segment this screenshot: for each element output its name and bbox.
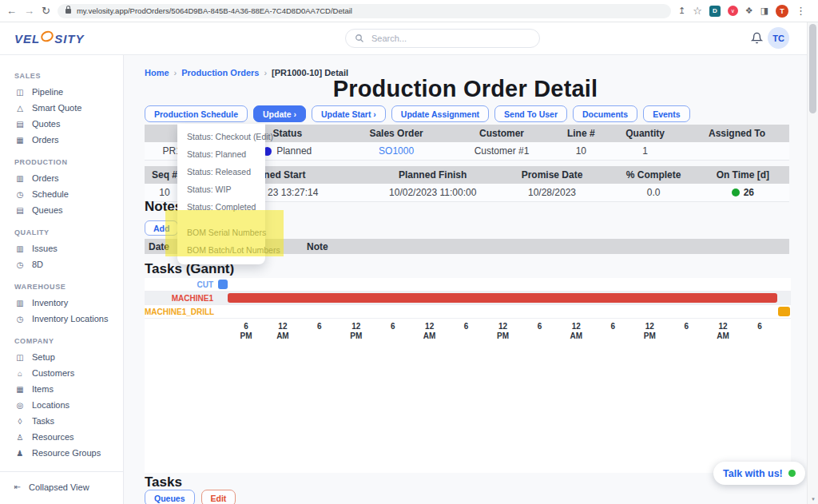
chat-widget[interactable]: Talk with us! [713, 462, 805, 485]
inventory-icon: ▥ [15, 299, 25, 308]
schedule-cell-promise-date: 10/28/2023 [494, 184, 611, 201]
sidebar-section: WAREHOUSE▥Inventory◷Inventory Locations [0, 283, 123, 327]
collapsed-view-toggle[interactable]: ⇤ Collapsed View [0, 471, 123, 504]
customers-icon: ⌂ [15, 369, 25, 378]
chat-online-dot [788, 470, 796, 477]
order-header-cell: Customer [447, 125, 556, 142]
resource-groups-icon: ♟ [15, 449, 25, 458]
logo-vel: VEL [14, 32, 40, 46]
update-menu-item[interactable]: Status: Completed [177, 198, 265, 216]
locations-icon: ◎ [15, 401, 25, 410]
sidebar-item-schedule[interactable]: ◷Schedule [0, 186, 123, 202]
tasks-buttons: QueuesEdit [145, 490, 236, 504]
axis-tick: 12AM [562, 322, 590, 340]
axis-tick: 6 [599, 322, 626, 331]
sidebar-item-quotes[interactable]: ▤Quotes [0, 116, 123, 132]
update-dropdown-menu: Status: Checkout (Edit)Status: PlannedSt… [177, 124, 265, 264]
machine1-drill-bar[interactable] [778, 307, 790, 316]
axis-tick-hour: 6 [599, 322, 626, 331]
sidebar-item-setup[interactable]: ◫Setup [0, 349, 123, 365]
back-icon[interactable]: ← [6, 6, 17, 16]
queues-button[interactable]: Queues [145, 490, 195, 504]
update-menu-item[interactable]: Status: Checkout (Edit) [177, 128, 265, 145]
events-button[interactable]: Events [643, 105, 689, 122]
pocket-icon[interactable]: ∨ [728, 6, 738, 16]
scrollbar-thumb[interactable] [809, 24, 816, 113]
sidebar-item-pipeline[interactable]: ◫Pipeline [0, 84, 123, 100]
sidebar-item-eight-d[interactable]: ◷8D [0, 256, 123, 272]
sidebar-item-locations[interactable]: ◎Locations [0, 397, 123, 413]
schedule-cell-pct-complete: 0.0 [610, 184, 696, 201]
sidebar-item-label: Setup [32, 352, 55, 362]
axis-tick: 6PM [232, 322, 260, 340]
sidebar-item-label: Smart Quote [32, 103, 81, 113]
share-icon[interactable]: ↥ [678, 6, 685, 15]
machine1-bar[interactable] [228, 293, 777, 303]
pipeline-icon: ◫ [15, 88, 25, 97]
axis-tick-meridiem: PM [490, 331, 517, 341]
gantt-label-machine1: MACHINE1 [145, 294, 219, 303]
scrollbar-down-arrow[interactable]: ▾ [808, 496, 818, 502]
eight-d-icon: ◷ [15, 260, 25, 269]
extension-d-icon[interactable]: D [709, 6, 721, 17]
sidebar-item-issues[interactable]: ▥Issues [0, 240, 123, 256]
notifications-bell-icon[interactable] [751, 32, 763, 47]
tasks-icon: ◊ [15, 417, 25, 426]
update-menu-item[interactable]: BOM Batch/Lot Numbers [177, 241, 265, 259]
user-avatar[interactable]: TC [768, 27, 789, 49]
reload-icon[interactable]: ↻ [42, 6, 50, 16]
documents-button[interactable]: Documents [573, 105, 637, 122]
browser-profile-avatar[interactable]: T [776, 5, 788, 18]
sidebar-item-inventory[interactable]: ▥Inventory [0, 295, 123, 311]
sidebar-item-label: Pipeline [32, 87, 63, 97]
extensions-puzzle-icon[interactable]: ❖ [745, 6, 753, 15]
update-menu-item[interactable]: Status: Planned [177, 145, 265, 163]
update-button[interactable]: Update › [253, 105, 306, 122]
gantt-label-machine1-drill: MACHINE1_DRILL [145, 308, 219, 316]
update-menu-item[interactable]: Status: WIP [177, 181, 265, 198]
chrome-menu-icon[interactable]: ⋮ [796, 6, 806, 16]
cut-bar[interactable] [218, 280, 228, 289]
prod-orders-icon: ▥ [15, 174, 25, 183]
search-input[interactable] [370, 33, 530, 44]
add-note-button[interactable]: Add [145, 220, 178, 236]
sidebar-item-label: Orders [32, 135, 59, 145]
tasks-title: Tasks [145, 474, 182, 490]
send-to-user-button[interactable]: Send To User [494, 105, 567, 122]
sidebar-item-inventory-locations[interactable]: ◷Inventory Locations [0, 311, 123, 327]
order-cell-sales-order[interactable]: SO1000 [346, 142, 447, 160]
forward-icon[interactable]: → [24, 6, 34, 16]
bookmark-star-icon[interactable]: ☆ [693, 6, 702, 16]
update-start-button[interactable]: Update Start › [312, 105, 386, 122]
schedule-header-cell: % Complete [610, 166, 696, 184]
sidebar-item-tasks[interactable]: ◊Tasks [0, 413, 123, 429]
sidebar-item-items[interactable]: ▦Items [0, 381, 123, 397]
sidebar-item-label: Inventory [32, 298, 68, 308]
sales-orders-icon: ▦ [15, 136, 25, 145]
sidebar-item-resources[interactable]: ♙Resources [0, 429, 123, 445]
global-search[interactable] [345, 29, 540, 48]
schedule-value-promise-date: 10/28/2023 [528, 187, 576, 198]
quotes-icon: ▤ [15, 120, 25, 129]
velosity-logo[interactable]: VEL SITY [14, 32, 85, 46]
sidebar-item-queues[interactable]: ▤Queues [0, 202, 123, 218]
update-menu-item[interactable]: BOM Serial Numbers [177, 224, 265, 241]
toolbar: Production ScheduleUpdate ›Update Start … [145, 105, 690, 122]
sidebar-section: COMPANY◫Setup⌂Customers▦Items◎Locations◊… [0, 337, 123, 461]
sidebar-item-prod-orders[interactable]: ▥Orders [0, 170, 123, 186]
side-panel-icon[interactable]: ◨ [760, 6, 768, 15]
sidebar-item-smart-quote[interactable]: △Smart Quote [0, 100, 123, 116]
sidebar-item-resource-groups[interactable]: ♟Resource Groups [0, 445, 123, 461]
schedule-value-planned-finish: 10/02/2023 11:00:00 [389, 187, 476, 198]
axis-tick: 6 [306, 322, 333, 331]
update-menu-item[interactable]: Status: Released [177, 163, 265, 181]
update-assignment-button[interactable]: Update Assignment [391, 105, 489, 122]
sidebar-item-label: Schedule [32, 189, 69, 199]
axis-tick: 12PM [343, 322, 370, 340]
edit-button[interactable]: Edit [201, 490, 236, 504]
order-value-sales-order[interactable]: SO1000 [379, 145, 414, 157]
address-bar[interactable]: my.velosity.app/ProdOrders/5064D9BA-845B… [58, 4, 671, 18]
sidebar-item-customers[interactable]: ⌂Customers [0, 365, 123, 381]
sidebar-item-sales-orders[interactable]: ▦Orders [0, 132, 123, 148]
production-schedule-button[interactable]: Production Schedule [145, 105, 248, 122]
